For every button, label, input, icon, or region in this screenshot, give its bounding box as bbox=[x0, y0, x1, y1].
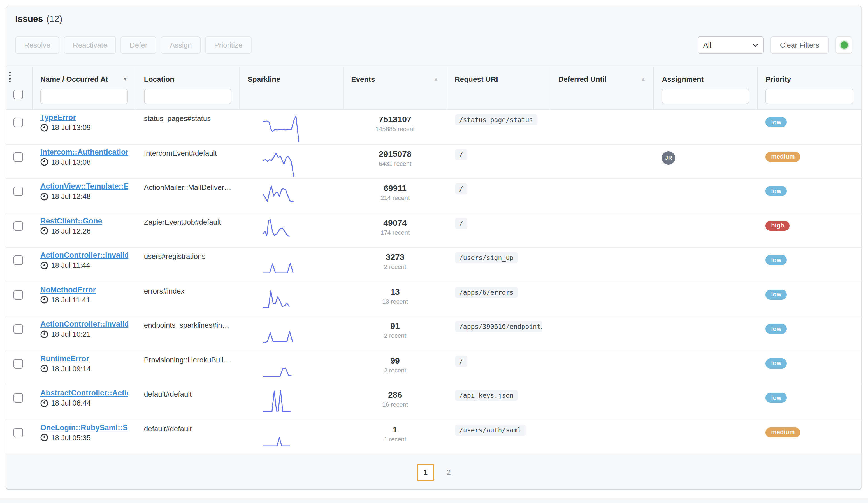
priority-filter-input[interactable] bbox=[765, 88, 854, 104]
assign-button[interactable]: Assign bbox=[161, 36, 200, 54]
row-checkbox[interactable] bbox=[13, 187, 23, 196]
table-row: ActionView::Template::Error 18 Jul 12:48… bbox=[6, 179, 861, 213]
row-checkbox-cell bbox=[6, 144, 32, 178]
deferred-until-cell bbox=[550, 420, 654, 454]
clear-filters-button[interactable]: Clear Filters bbox=[771, 36, 829, 54]
occurred-at-text: 18 Jul 05:35 bbox=[51, 433, 91, 442]
assignment-cell bbox=[654, 351, 758, 385]
prioritize-button[interactable]: Prioritize bbox=[205, 36, 251, 54]
request-uri-text: /users/sign_up bbox=[455, 252, 518, 263]
events-count: 91 bbox=[351, 321, 439, 331]
filter-select[interactable]: All bbox=[698, 36, 764, 54]
page-button-2[interactable]: 2 bbox=[446, 468, 451, 477]
location-text: Provisioning::HerokuBuil… bbox=[144, 354, 232, 364]
sort-desc-icon[interactable]: ▼ bbox=[123, 77, 128, 82]
col-label-location[interactable]: Location bbox=[144, 75, 174, 83]
col-label-name[interactable]: Name / Occurred At bbox=[40, 75, 108, 83]
occurred-at: 18 Jul 10:21 bbox=[40, 330, 128, 338]
issue-link[interactable]: ActionView::Template::Error bbox=[40, 182, 128, 190]
col-label-events[interactable]: Events bbox=[351, 75, 375, 83]
issues-table: Name / Occurred At ▼ Location Sparkline bbox=[6, 67, 861, 490]
sparkline-chart bbox=[263, 355, 320, 384]
sparkline-cell bbox=[240, 282, 343, 316]
name-cell: Intercom::AuthenticationErr 18 Jul 13:08 bbox=[32, 144, 136, 178]
status-indicator-button[interactable] bbox=[836, 36, 852, 54]
issues-panel: Issues (12) Resolve Reactivate Defer Ass… bbox=[6, 6, 862, 490]
issues-count: (12) bbox=[46, 14, 62, 24]
issue-link[interactable]: Intercom::AuthenticationErr bbox=[40, 148, 128, 156]
drag-handle-icon[interactable] bbox=[8, 71, 11, 83]
row-checkbox[interactable] bbox=[13, 324, 23, 334]
occurred-at-text: 18 Jul 12:48 bbox=[51, 192, 91, 200]
defer-button[interactable]: Defer bbox=[121, 36, 157, 54]
events-count: 69911 bbox=[351, 183, 439, 193]
issue-link[interactable]: RestClient::Gone bbox=[40, 217, 128, 225]
priority-cell: low bbox=[758, 282, 861, 316]
location-cell: default#default bbox=[136, 420, 240, 454]
col-label-deferred-until[interactable]: Deferred Until bbox=[558, 75, 607, 83]
occurred-at: 18 Jul 06:44 bbox=[40, 399, 128, 407]
events-recent: 13 recent bbox=[351, 298, 439, 304]
sparkline-cell bbox=[240, 248, 343, 282]
issue-link[interactable]: NoMethodError bbox=[40, 285, 128, 294]
col-label-priority[interactable]: Priority bbox=[765, 75, 791, 83]
col-header-priority: Priority bbox=[758, 67, 861, 109]
events-count: 3273 bbox=[351, 252, 439, 262]
pagination: 1 2 bbox=[6, 454, 861, 490]
events-cell: 7513107 145885 recent bbox=[343, 110, 447, 144]
issue-link[interactable]: AbstractController::ActionN bbox=[40, 389, 128, 397]
row-checkbox[interactable] bbox=[13, 152, 23, 161]
issue-link[interactable]: ActionController::InvalidAut bbox=[40, 251, 128, 259]
row-checkbox[interactable] bbox=[13, 393, 23, 403]
row-checkbox[interactable] bbox=[13, 255, 23, 265]
row-checkbox[interactable] bbox=[13, 118, 23, 127]
deferred-until-cell bbox=[550, 248, 654, 282]
priority-badge: medium bbox=[765, 427, 800, 437]
events-cell: 69911 214 recent bbox=[343, 179, 447, 212]
panel-header: Issues (12) Resolve Reactivate Defer Ass… bbox=[6, 6, 861, 54]
issue-link[interactable]: RuntimeError bbox=[40, 354, 128, 363]
row-checkbox-cell bbox=[6, 316, 32, 350]
row-checkbox-cell bbox=[6, 420, 32, 454]
priority-badge: low bbox=[765, 255, 787, 265]
priority-cell: high bbox=[758, 213, 861, 247]
events-recent: 174 recent bbox=[351, 229, 439, 235]
events-count: 49074 bbox=[351, 218, 439, 227]
clock-icon bbox=[40, 296, 48, 304]
events-recent: 145885 recent bbox=[351, 125, 439, 132]
name-filter-input[interactable] bbox=[40, 88, 128, 104]
sparkline-chart bbox=[263, 148, 320, 178]
name-cell: ActionController::InvalidAut 18 Jul 11:4… bbox=[32, 248, 136, 282]
issue-link[interactable]: ActionController::InvalidAut bbox=[40, 320, 128, 328]
request-uri-cell: / bbox=[447, 144, 550, 178]
deferred-until-cell bbox=[550, 144, 654, 178]
request-uri-text: /api_keys.json bbox=[455, 390, 518, 401]
table-row: AbstractController::ActionN 18 Jul 06:44… bbox=[6, 385, 861, 420]
location-filter-input[interactable] bbox=[144, 88, 231, 104]
assignment-filter-input[interactable] bbox=[662, 88, 750, 104]
row-checkbox[interactable] bbox=[13, 221, 23, 230]
col-label-sparkline[interactable]: Sparkline bbox=[248, 75, 280, 83]
deferred-until-cell bbox=[550, 316, 654, 350]
sort-asc-icon[interactable]: ▲ bbox=[641, 77, 646, 82]
name-cell: TypeError 18 Jul 13:09 bbox=[32, 110, 136, 144]
row-checkbox[interactable] bbox=[13, 290, 23, 300]
row-checkbox[interactable] bbox=[13, 359, 23, 368]
assignment-cell bbox=[654, 385, 758, 419]
page-button-1[interactable]: 1 bbox=[417, 463, 434, 481]
clock-icon bbox=[40, 227, 48, 235]
sparkline-chart bbox=[263, 286, 320, 315]
issue-link[interactable]: OneLogin::RubySaml::Settir bbox=[40, 423, 128, 432]
sparkline-cell bbox=[240, 420, 343, 454]
col-label-assignment[interactable]: Assignment bbox=[662, 75, 704, 83]
col-label-request-uri[interactable]: Request URI bbox=[455, 75, 498, 83]
reactivate-button[interactable]: Reactivate bbox=[64, 36, 116, 54]
select-all-checkbox[interactable] bbox=[13, 90, 23, 99]
row-checkbox[interactable] bbox=[13, 428, 23, 437]
resolve-button[interactable]: Resolve bbox=[15, 36, 59, 54]
sparkline-chart bbox=[263, 390, 320, 419]
sparkline-chart bbox=[263, 217, 320, 247]
table-row: OneLogin::RubySaml::Settir 18 Jul 05:35 … bbox=[6, 420, 861, 454]
issue-link[interactable]: TypeError bbox=[40, 113, 128, 122]
sort-asc-icon[interactable]: ▲ bbox=[433, 77, 438, 82]
